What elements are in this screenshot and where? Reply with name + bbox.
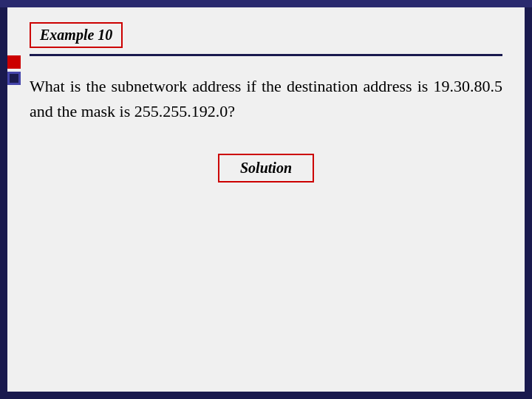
top-bar (0, 0, 532, 7)
solution-container: Solution (30, 154, 502, 183)
solution-label: Solution (240, 160, 292, 176)
example-label-box: Example 10 (30, 22, 123, 48)
section-divider (30, 54, 502, 56)
solution-button[interactable]: Solution (218, 154, 314, 183)
example-label: Example 10 (40, 27, 112, 43)
main-content: Example 10 What is the subnetwork addres… (7, 7, 525, 392)
accent-square-outline (7, 72, 21, 85)
question-text: What is the subnetwork address if the de… (30, 74, 502, 124)
accent-square-red (7, 55, 21, 69)
